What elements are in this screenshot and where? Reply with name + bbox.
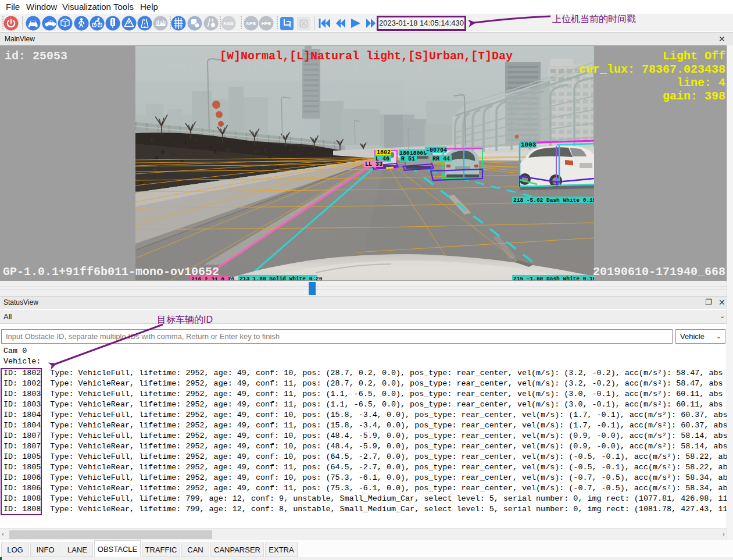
svg-text:RAW: RAW	[223, 21, 234, 26]
svg-text:HFB: HFB	[262, 21, 271, 26]
svg-text:LL 33: LL 33	[365, 161, 382, 167]
svg-text:1803: 1803	[521, 141, 537, 148]
svg-text:218 -5.02 Dash White 0.15: 218 -5.02 Dash White 0.15	[513, 197, 594, 204]
svg-text:1802: 1802	[377, 149, 391, 156]
svg-text:NFB: NFB	[246, 21, 256, 26]
svg-text:213 1.80 Solid White 0.20: 213 1.80 Solid White 0.20	[239, 276, 323, 280]
svg-text:215 -1.60 Dash White 0.16: 215 -1.60 Dash White 0.16	[513, 276, 594, 280]
svg-text:RR 44: RR 44	[432, 156, 450, 162]
svg-text:R 51: R 51	[401, 156, 415, 162]
svg-text:-80704: -80704	[426, 147, 447, 154]
